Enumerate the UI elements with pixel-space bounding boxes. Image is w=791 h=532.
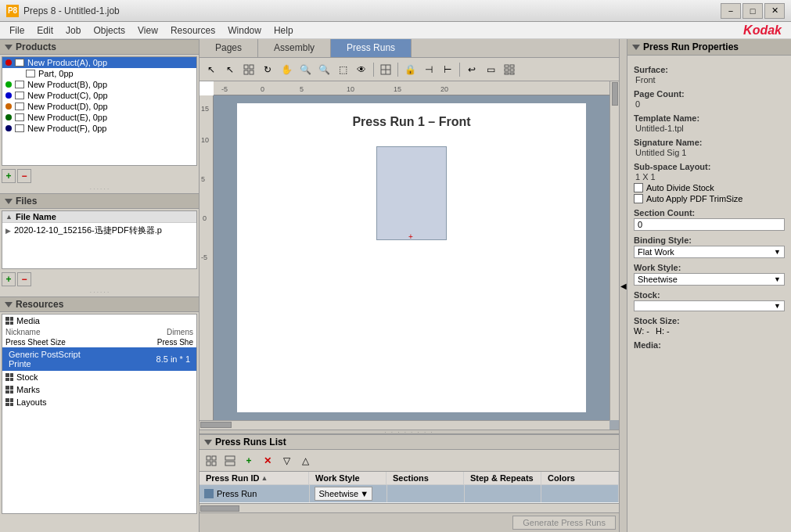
stock-dropdown[interactable]: ▼ [634,300,785,311]
col-sections-label: Sections [393,473,429,483]
tab-press-runs[interactable]: Press Runs [331,39,412,57]
select-tool-button[interactable]: ↖ [203,61,220,78]
list-item[interactable]: Layouts [2,396,196,408]
canvas-viewport[interactable]: -505101520 151050-5 Press Run 1 – Front … [200,81,609,420]
work-style-dropdown[interactable]: Sheetwise ▼ [315,487,372,501]
eye-tool-button[interactable]: 👁 [353,61,370,78]
close-button[interactable]: ✕ [764,3,785,19]
press-runs-toolbar: + ✕ ▽ △ [200,450,619,472]
cell-sections [387,485,465,502]
add-file-button[interactable]: + [2,272,16,286]
zoom-in-button[interactable]: 🔍 [297,61,314,78]
product-icon [26,70,35,77]
toolbar-separator [373,63,374,77]
window-controls: − □ ✕ [721,3,785,19]
undo-button[interactable]: ↩ [463,61,480,78]
section-count-input[interactable]: 0 [634,218,785,231]
list-item[interactable]: New Product(D), 0pp [2,101,196,112]
product-color-dot [5,59,12,66]
right-panel-collapse-button[interactable]: ◀ [619,39,627,532]
resource-generic-value: 8.5 in * 1 [101,354,193,365]
col-work-style-label: Work Style [315,473,360,483]
list-item[interactable]: New Product(F), 0pp [2,123,196,134]
tab-pages[interactable]: Pages [200,39,258,57]
col-header-press-run-id: Press Run ID ▲ [200,472,309,484]
menu-objects[interactable]: Objects [87,23,131,38]
svg-text:15: 15 [394,85,401,93]
grid-tool-button[interactable] [240,61,257,78]
resource-layouts-label: Layouts [16,397,47,407]
lock-tool-button[interactable]: 🔒 [401,61,419,78]
tab-assembly[interactable]: Assembly [258,39,331,57]
col-header-colors: Colors [541,472,619,484]
add-product-button[interactable]: + [2,169,16,183]
auto-divide-checkbox[interactable] [634,183,643,192]
product-icon [15,102,24,110]
canvas-scrollbar-vertical[interactable] [609,81,619,420]
add-press-run-button[interactable]: + [240,452,257,469]
resources-collapse-icon[interactable] [5,302,13,307]
move-down-press-run-button[interactable]: ▽ [278,452,295,469]
svg-text:0: 0 [203,214,207,222]
list-item[interactable]: New Product(A), 0pp [2,57,196,68]
list-item[interactable]: New Product(B), 0pp [2,79,196,90]
list-item[interactable]: New Product(C), 0pp [2,90,196,101]
properties-collapse-icon[interactable] [632,45,640,50]
select2-tool-button[interactable]: ↖ [221,61,239,78]
pan-tool-button[interactable]: ✋ [278,61,295,78]
move-up-press-run-button[interactable]: △ [297,452,314,469]
multi-grid-button[interactable] [501,61,518,78]
menu-resources[interactable]: Resources [164,23,221,38]
minimize-button[interactable]: − [721,3,741,19]
tabs-bar: Pages Assembly Press Runs [200,39,619,58]
rect-tool-button[interactable]: ▭ [482,61,499,78]
press-runs-collapse-icon[interactable] [204,440,212,445]
list-item[interactable]: Stock [2,371,196,383]
generate-press-runs-button[interactable]: Generate Press Runs [512,516,616,530]
files-collapse-icon[interactable] [5,199,13,204]
products-collapse-icon[interactable] [5,45,13,50]
list-item[interactable]: New Product(E), 0pp [2,112,196,123]
list-item[interactable]: Marks [2,383,196,396]
binding-style-dropdown[interactable]: Flat Work ▼ [634,246,785,258]
remove-file-button[interactable]: − [17,272,31,286]
zoom-out-button[interactable]: 🔍 [315,61,333,78]
menu-job[interactable]: Job [59,23,87,38]
menu-file[interactable]: File [3,23,31,38]
svg-rect-7 [505,65,509,67]
title-bar: P8 Preps 8 - Untitled-1.job − □ ✕ [0,0,791,22]
grid2-tool-button[interactable] [377,61,394,78]
svg-rect-10 [510,69,514,71]
remove-press-run-button[interactable]: ✕ [259,452,276,469]
list-item[interactable]: Part, 0pp [2,68,196,79]
work-style-prop-value: Sheetwise [638,275,678,284]
menu-window[interactable]: Window [221,23,268,38]
add-press-run-grid2-button[interactable] [221,452,239,469]
align-left-button[interactable]: ⊣ [420,61,437,78]
list-item[interactable]: Media [2,315,196,327]
rotate-tool-button[interactable]: ↻ [259,61,276,78]
region-tool-button[interactable]: ⬚ [334,61,351,78]
remove-product-button[interactable]: − [17,169,31,183]
resources-section: Resources Media Nickname Dimens Press Sh… [0,297,199,532]
files-section: Files ▲ File Name ▶ 2020-12-10_152156-迅捷… [0,193,199,297]
page-preview-rect [376,146,447,240]
auto-divide-label: Auto Divide Stock [646,183,714,192]
maximize-button[interactable]: □ [742,3,763,19]
list-item[interactable]: ▶ 2020-12-10_152156-迅捷PDF转换器.p [2,223,196,238]
menu-view[interactable]: View [131,23,164,38]
press-runs-scrollbar[interactable] [200,503,619,512]
canvas-scrollbar-horizontal[interactable] [200,420,609,430]
menu-help[interactable]: Help [268,23,300,38]
align-right-button[interactable]: ⊢ [439,61,456,78]
work-style-prop-dropdown[interactable]: Sheetwise ▼ [634,273,785,286]
svg-rect-27 [212,462,216,466]
stock-size-w: W: - [634,326,649,336]
add-press-run-grid-button[interactable] [203,452,220,469]
menu-edit[interactable]: Edit [31,23,59,38]
list-item[interactable]: Generic PostScript Printe 8.5 in * 1 [2,347,196,371]
canvas-area: -505101520 151050-5 Press Run 1 – Front … [200,81,619,430]
stock-size-h: H: - [656,326,670,336]
table-row[interactable]: Press Run Sheetwise ▼ [200,485,619,503]
auto-apply-checkbox[interactable] [634,194,643,203]
